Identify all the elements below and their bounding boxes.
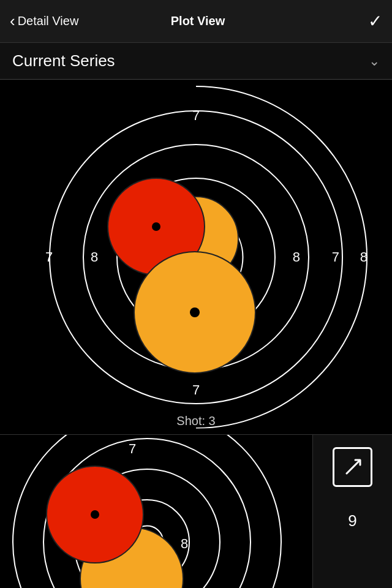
t2-score-inner-right: 8 bbox=[181, 536, 188, 552]
check-icon: ✓ bbox=[368, 11, 382, 31]
score-bottom-outer: 7 bbox=[192, 382, 200, 398]
header: ‹ Detail View Plot View ✓ bbox=[0, 0, 392, 43]
shot-3 bbox=[134, 251, 256, 374]
score-left: 7 bbox=[45, 249, 53, 265]
target-2-sidebar: 9 bbox=[312, 435, 392, 588]
chevron-left-icon: ‹ bbox=[10, 12, 15, 31]
t2-score-top: 7 bbox=[129, 441, 136, 457]
plot-view-label: Plot View bbox=[171, 14, 225, 28]
back-button[interactable]: ‹ Detail View bbox=[10, 12, 134, 31]
score-right-mid: 7 bbox=[332, 249, 339, 265]
series-selector[interactable]: Current Series ⌄ bbox=[0, 43, 392, 80]
score-far-right: 8 bbox=[360, 249, 368, 265]
score-top: 7 bbox=[192, 108, 200, 124]
edit-icon bbox=[342, 456, 364, 478]
right-score: 9 bbox=[348, 511, 356, 530]
target-2-canvas: 7 8 bbox=[0, 435, 312, 588]
score-inner-right: 8 bbox=[293, 249, 300, 265]
series-label: Current Series bbox=[12, 51, 369, 70]
edit-button[interactable] bbox=[333, 447, 372, 487]
back-label: Detail View bbox=[18, 14, 79, 28]
score-inner-left: 8 bbox=[91, 249, 98, 265]
target-container-1: 7 7 8 8 7 8 8 7 bbox=[43, 104, 349, 410]
target-plot-2: 7 8 9 bbox=[0, 435, 392, 588]
shot-count-label: Shot: 3 bbox=[176, 414, 215, 428]
chevron-down-icon: ⌄ bbox=[369, 53, 380, 69]
t2-shot-1 bbox=[46, 466, 144, 564]
target-plot-1: 7 7 8 8 7 8 8 7 Shot: 3 bbox=[0, 80, 392, 435]
header-title: Plot View bbox=[134, 14, 258, 28]
confirm-button[interactable]: ✓ bbox=[258, 11, 382, 31]
svg-line-0 bbox=[347, 461, 359, 473]
